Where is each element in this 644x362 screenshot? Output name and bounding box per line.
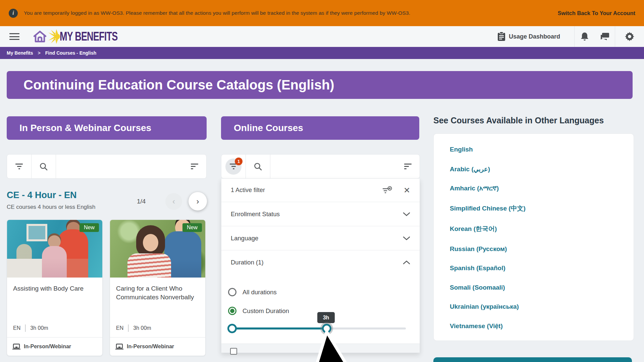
app-title: MY BENEFITS <box>60 29 117 44</box>
course-duration: 3h 00m <box>133 325 151 331</box>
course-language: EN <box>13 325 20 331</box>
pagination-next-button[interactable]: › <box>189 192 207 210</box>
toolbar-spacer <box>56 155 183 178</box>
bell-icon <box>580 32 589 41</box>
language-link[interactable]: Vietnamese (Việt) <box>450 322 503 330</box>
language-link[interactable]: Somali (Soomaali) <box>450 284 505 291</box>
new-badge: New <box>182 223 202 232</box>
section-header-online: Online Courses <box>221 116 419 140</box>
chevron-down-icon <box>403 236 410 241</box>
app-logo[interactable]: MY BENEFITS <box>33 29 130 44</box>
filter-panel: 1 Active filter ✕ Enrollment Status Lang… <box>221 179 420 353</box>
clipboard-icon <box>497 32 505 41</box>
page-title: Continuing Education Course Catalogs (En… <box>7 71 633 99</box>
languages-card: English Arabic (عربي) Amharic (አማርኛ) Sim… <box>433 133 634 341</box>
impersonation-message: You are temporarily logged in as WW-OS3.… <box>24 10 410 16</box>
search-button[interactable] <box>32 155 56 178</box>
starburst-icon <box>48 29 61 44</box>
sort-icon <box>191 164 198 169</box>
pagination-prev-button[interactable]: ‹ <box>165 193 182 210</box>
info-icon: i <box>9 9 18 18</box>
search-button[interactable] <box>246 155 270 178</box>
online-toolbar: 1 <box>221 154 420 179</box>
laptop-icon <box>115 344 123 350</box>
app-header: MY BENEFITS Usage Dashboard <box>0 26 644 47</box>
radio-custom-duration[interactable]: Custom Duration <box>228 307 289 315</box>
course-title: Assisting with Body Care <box>13 284 96 293</box>
other-languages-heading: See Courses Available in Other Languages <box>433 116 634 125</box>
chevron-down-icon <box>403 212 410 217</box>
notifications-button[interactable] <box>575 26 595 47</box>
hamburger-menu-icon[interactable] <box>9 33 19 40</box>
course-type: In-Person/Webinar <box>24 344 71 350</box>
in-person-toolbar <box>7 154 207 179</box>
filter-count-badge: 1 <box>235 158 243 165</box>
pagination-label: 1/4 <box>137 198 146 205</box>
bottom-action-button[interactable] <box>433 357 632 362</box>
catalog-subtitle: CE courses 4 hours or less English <box>7 204 96 210</box>
chevron-left-icon: ‹ <box>172 197 175 206</box>
course-type: In-Person/Webinar <box>127 344 174 350</box>
impersonation-banner: i You are temporarily logged in as WW-OS… <box>0 0 644 26</box>
slider-fill <box>232 327 327 329</box>
language-link[interactable]: Simplified Chinese (中文) <box>450 204 526 213</box>
language-link[interactable]: Spanish (Español) <box>450 264 505 272</box>
chevron-up-icon <box>403 260 410 265</box>
meta-divider <box>128 324 128 332</box>
course-card[interactable]: New Assisting with Body Care EN 3h 00m I… <box>7 220 103 356</box>
laptop-icon <box>12 344 20 350</box>
filter-button-active[interactable]: 1 <box>221 155 246 178</box>
course-card[interactable]: New Caring for a Client Who Communicates… <box>110 220 206 356</box>
language-link[interactable]: English <box>450 146 473 153</box>
filter-section-enrollment-status[interactable]: Enrollment Status <box>221 202 420 226</box>
language-link[interactable]: Russian (Русском) <box>450 245 507 253</box>
usage-dashboard-label: Usage Dashboard <box>509 33 560 40</box>
new-badge: New <box>79 223 99 232</box>
messages-button[interactable] <box>595 26 615 47</box>
filter-section-duration[interactable]: Duration (1) <box>221 250 420 275</box>
checkbox-icon[interactable] <box>230 348 237 355</box>
partial-filter-row <box>221 344 420 353</box>
filter-section-language[interactable]: Language <box>221 226 420 250</box>
course-image: New <box>7 220 102 278</box>
language-link[interactable]: Korean (한국어) <box>450 225 497 233</box>
toolbar-spacer <box>270 155 396 178</box>
search-icon <box>254 162 262 171</box>
search-icon <box>39 162 48 171</box>
language-link[interactable]: Ukrainian (українська) <box>450 303 519 310</box>
radio-all-durations[interactable]: All durations <box>228 288 277 296</box>
app-window: i You are temporarily logged in as WW-OS… <box>0 0 644 362</box>
course-duration: 3h 00m <box>30 325 48 331</box>
home-icon <box>33 30 47 43</box>
course-language: EN <box>116 325 123 331</box>
switch-back-link[interactable]: Switch Back To Your Account <box>558 10 635 16</box>
chat-icon <box>600 32 609 41</box>
chevron-right-icon: › <box>197 197 199 206</box>
radio-unselected-icon <box>228 288 236 296</box>
sort-icon <box>404 164 412 169</box>
usage-dashboard-button[interactable]: Usage Dashboard <box>483 26 574 47</box>
duration-slider[interactable] <box>232 327 406 329</box>
active-filter-count: 1 Active filter <box>231 187 265 194</box>
sort-button[interactable] <box>183 155 206 178</box>
close-icon[interactable]: ✕ <box>404 186 410 194</box>
language-link[interactable]: Arabic (عربي) <box>450 165 490 173</box>
breadcrumb-find-courses[interactable]: Find Courses - English <box>45 50 96 56</box>
catalog-title[interactable]: CE - 4 Hour - EN <box>7 190 77 200</box>
filter-button[interactable] <box>7 155 32 178</box>
breadcrumb-my-benefits[interactable]: My Benefits <box>7 50 33 56</box>
filter-icon <box>15 164 23 169</box>
gear-icon <box>625 32 634 41</box>
breadcrumb-separator: > <box>38 50 41 56</box>
language-link[interactable]: Amharic (አማርኛ) <box>450 185 499 192</box>
meta-divider <box>25 324 25 332</box>
slider-handle-min[interactable] <box>227 324 237 333</box>
slider-handle-max[interactable] <box>322 324 331 333</box>
sort-button[interactable] <box>396 155 420 178</box>
section-header-in-person: In Person & Webinar Courses <box>7 116 207 140</box>
language-list: English Arabic (عربي) Amharic (አማርኛ) Sim… <box>450 146 634 330</box>
clear-filters-icon[interactable] <box>382 186 392 195</box>
course-title: Caring for a Client Who Communicates Non… <box>116 284 199 301</box>
course-image: New <box>110 220 205 278</box>
settings-button[interactable] <box>615 26 644 47</box>
